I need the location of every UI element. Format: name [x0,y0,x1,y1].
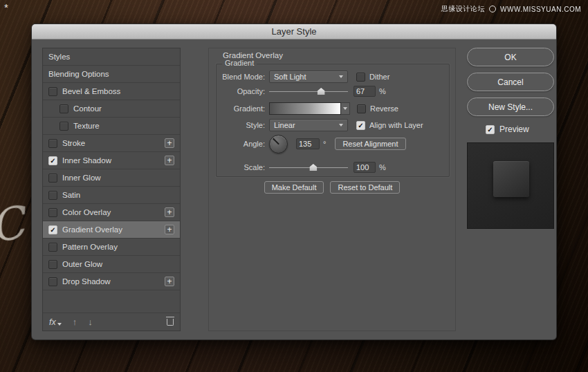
align-with-layer-label: Align with Layer [369,121,423,129]
sidebar-item-bevel-emboss[interactable]: Bevel & Emboss [43,83,180,100]
chevron-down-icon [339,124,343,127]
angle-needle[interactable] [272,138,279,145]
style-label: Style: [221,121,265,129]
angle-unit: ° [323,140,326,148]
watermark-url-text: WWW.MISSYUAN.COM [500,6,581,13]
opacity-slider[interactable] [269,86,348,97]
chevron-down-icon [339,75,343,78]
style-enable-checkbox[interactable] [59,104,68,113]
reverse-checkbox[interactable] [357,104,366,113]
style-enable-checkbox[interactable] [48,191,57,200]
scale-input[interactable]: 100 [353,162,376,173]
sidebar-item-label: Stroke [62,139,85,147]
preview-option: ✓ Preview [486,124,529,134]
make-default-button[interactable]: Make Default [264,181,324,194]
fx-label: fx [49,317,56,327]
reverse-label: Reverse [370,104,398,113]
gradient-swatch[interactable] [269,102,341,115]
sidebar-item-styles[interactable]: Styles [43,48,180,66]
slider-track [269,167,348,168]
style-select[interactable]: Linear [269,119,348,131]
sidebar-item-drop-shadow[interactable]: Drop Shadow+ [43,273,180,290]
sidebar-item-label: Bevel & Emboss [62,87,120,95]
angle-input[interactable]: 135 [296,138,320,149]
blend-mode-label: Blend Mode: [221,73,265,81]
duplicate-effect-button plus-icon[interactable]: + [165,156,174,165]
scale-label: Scale: [221,163,265,171]
style-enable-checkbox[interactable] [48,243,57,252]
sidebar-item-inner-shadow[interactable]: ✓Inner Shadow+ [43,152,180,169]
sidebar-item-inner-glow[interactable]: Inner Glow [43,169,180,187]
style-enable-checkbox[interactable] [48,139,57,148]
sidebar-item-label: Drop Shadow [62,277,111,286]
dither-checkbox[interactable] [356,73,365,82]
slider-track [269,91,348,92]
delete-effect-button trash-icon[interactable] [167,319,174,326]
layer-preview-thumbnail [467,142,554,229]
ok-button[interactable]: OK [467,48,554,66]
style-enable-checkbox[interactable] [48,260,57,269]
sidebar-item-contour[interactable]: Contour [43,100,180,118]
duplicate-effect-button plus-icon[interactable]: + [165,277,174,286]
gradient-row: Gradient: Reverse [221,102,445,115]
duplicate-effect-button plus-icon[interactable]: + [165,225,174,234]
sidebar-item-label: Pattern Overlay [62,243,118,251]
corner-mark-icon: * [4,1,8,13]
sidebar-item-texture[interactable]: Texture [43,118,180,135]
sidebar-item-pattern-overlay[interactable]: Pattern Overlay [43,239,180,256]
dialog-title: Layer Style [271,26,316,37]
sidebar-item-label: Blending Options [48,70,109,78]
slider-thumb[interactable] [309,164,317,171]
move-effect-up-button[interactable]: ↑ [73,317,77,327]
fx-menu-button[interactable]: fx [49,317,62,327]
styles-sidebar: StylesBlending OptionsBevel & EmbossCont… [42,48,181,331]
opacity-row: Opacity: 67 % [221,86,445,97]
sidebar-item-stroke[interactable]: Stroke+ [43,135,180,152]
duplicate-effect-button plus-icon[interactable]: + [165,207,174,217]
scale-row: Scale: 100 % [221,162,445,173]
style-enable-checkbox[interactable] [48,208,57,217]
angle-label: Angle: [221,140,265,148]
style-enable-checkbox[interactable] [48,87,57,96]
new-style-button[interactable]: New Style... [467,97,554,116]
opacity-label: Opacity: [221,87,265,95]
sidebar-item-gradient-overlay[interactable]: ✓Gradient Overlay+ [43,221,180,239]
chevron-down-icon [343,107,347,110]
gradient-groupbox: Gradient Blend Mode: Soft Light Dither O… [216,64,450,177]
group-label: Gradient [222,59,257,67]
scale-unit: % [379,163,386,171]
cancel-button[interactable]: Cancel [467,73,554,91]
reset-to-default-button[interactable]: Reset to Default [330,181,400,194]
style-enable-checkbox[interactable] [48,174,57,183]
angle-dial[interactable] [269,135,288,154]
preview-checkbox[interactable]: ✓ [486,125,495,134]
watermark-cn-text: 思缘设计论坛 [441,4,485,14]
defaults-button-row: Make Default Reset to Default [209,181,455,194]
watermark: 思缘设计论坛 WWW.MISSYUAN.COM [441,4,581,14]
sidebar-item-color-overlay[interactable]: Color Overlay+ [43,204,180,221]
sidebar-item-outer-glow[interactable]: Outer Glow [43,256,180,273]
sidebar-item-satin[interactable]: Satin [43,187,180,204]
dialog-titlebar: Layer Style [32,24,556,39]
slider-thumb[interactable] [318,88,325,95]
blend-mode-select[interactable]: Soft Light [269,71,348,83]
sidebar-item-label: Styles [48,53,70,61]
style-enable-checkbox[interactable]: ✓ [48,225,57,234]
style-enable-checkbox[interactable] [59,122,68,131]
reset-alignment-button[interactable]: Reset Alignment [335,138,405,150]
sidebar-item-label: Contour [73,104,102,113]
style-enable-checkbox[interactable] [48,277,57,286]
align-with-layer-checkbox[interactable]: ✓ [356,121,365,130]
gradient-picker-button[interactable] [341,102,350,115]
preview-label: Preview [499,124,529,134]
scale-slider[interactable] [269,162,348,173]
duplicate-effect-button plus-icon[interactable]: + [165,138,174,148]
gradient-label: Gradient: [221,104,265,113]
opacity-input[interactable]: 67 [353,86,376,97]
style-enable-checkbox[interactable]: ✓ [48,156,57,165]
sidebar-item-label: Gradient Overlay [62,225,122,234]
move-effect-down-button[interactable]: ↓ [88,317,93,327]
sidebar-item-label: Inner Glow [62,174,101,182]
sidebar-item-blending-options[interactable]: Blending Options [43,66,180,83]
blend-mode-value: Soft Light [274,73,306,81]
